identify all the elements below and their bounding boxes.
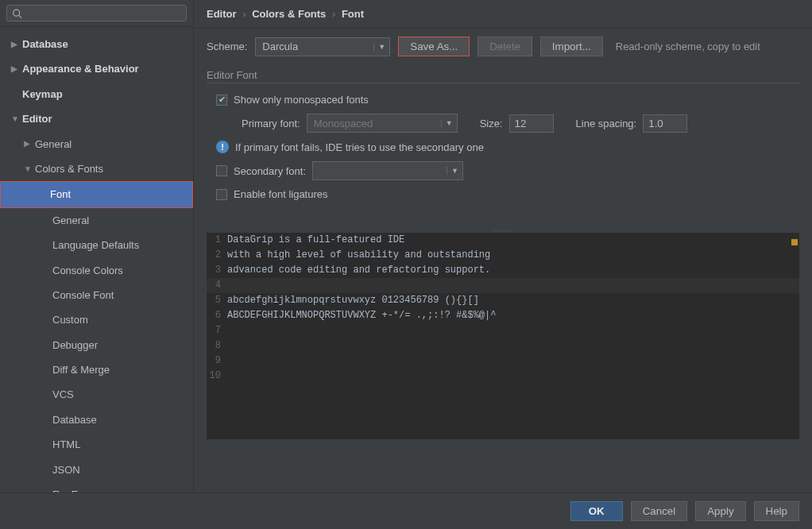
tree-label: Keymap: [22, 85, 63, 103]
tree-label: Diff & Merge: [52, 361, 110, 379]
tree-item-custom[interactable]: Custom: [0, 307, 193, 332]
gutter-line-number: 4: [207, 278, 227, 293]
tree-label: General: [52, 211, 89, 230]
settings-content: Editor › Colors & Fonts › Font Scheme: D…: [194, 0, 812, 492]
tree-label: JSON: [52, 461, 80, 479]
tree-item-database2[interactable]: Database: [0, 407, 193, 432]
chevron-down-icon: ▼: [441, 119, 457, 127]
chevron-right-icon: ›: [332, 8, 335, 20]
preview-text: with a high level of usability and outst…: [227, 248, 490, 263]
tree-item-console-colors[interactable]: Console Colors: [0, 258, 193, 283]
breadcrumb-part: Font: [342, 8, 364, 20]
tree-item-font[interactable]: Font: [0, 181, 193, 207]
line-spacing-input[interactable]: [643, 114, 687, 133]
tree-label: General: [35, 135, 72, 153]
scheme-combo[interactable]: Darcula ▼: [255, 37, 390, 56]
tree-item-general2[interactable]: General: [0, 208, 193, 233]
info-icon: !: [216, 141, 229, 153]
import-button[interactable]: Import...: [540, 37, 603, 56]
tree-label: VCS: [52, 385, 74, 404]
tree-label: Database: [22, 35, 68, 53]
warning-marker-icon: [791, 239, 798, 245]
gutter-line-number: 1: [207, 233, 227, 248]
secondary-font-checkbox[interactable]: [216, 165, 227, 176]
chevron-right-icon: ›: [242, 8, 246, 20]
search-icon: [12, 8, 22, 19]
help-button[interactable]: Help: [754, 501, 799, 521]
ligatures-checkbox[interactable]: [216, 189, 227, 200]
tree-label: HTML: [52, 435, 80, 454]
primary-font-value: Monospaced: [307, 118, 441, 129]
gutter-line-number: 8: [207, 338, 227, 353]
primary-font-row: Primary font: Monospaced ▼ Size: Line sp…: [194, 110, 812, 137]
secondary-font-label: Secondary font:: [234, 165, 306, 177]
tree-item-appearance[interactable]: ▶Appearance & Behavior: [0, 56, 193, 81]
tree-item-colors-fonts[interactable]: ▼Colors & Fonts: [0, 156, 193, 181]
tree-item-lang-defaults[interactable]: Language Defaults: [0, 233, 193, 257]
tree-label: Font: [50, 185, 71, 203]
dialog-buttons: OK Cancel Apply Help: [0, 492, 812, 529]
tree-label: Language Defaults: [52, 236, 139, 254]
tree-label: Custom: [52, 311, 88, 329]
tree-item-database[interactable]: ▶Database: [0, 32, 193, 56]
tree-label: RegExp: [52, 485, 89, 492]
chevron-right-icon: ▶: [11, 62, 22, 76]
chevron-down-icon: ▼: [11, 112, 22, 126]
size-label: Size:: [480, 118, 503, 129]
show-mono-checkbox[interactable]: ✔: [216, 95, 227, 106]
apply-button[interactable]: Apply: [695, 501, 745, 521]
primary-font-label: Primary font:: [242, 118, 300, 129]
search-bar: [0, 0, 193, 27]
secondary-font-combo: ▼: [312, 161, 463, 180]
cancel-button[interactable]: Cancel: [631, 501, 688, 521]
fallback-info-label: If primary font fails, IDE tries to use …: [235, 141, 484, 153]
settings-tree: ▶Database ▶Appearance & Behavior Keymap …: [0, 27, 193, 492]
font-preview-editor[interactable]: 1DataGrip is a full-featured IDE 2with a…: [207, 233, 799, 439]
show-mono-row: ✔ Show only monospaced fonts: [194, 90, 812, 110]
preview-text: advanced code editing and refactoring su…: [227, 263, 490, 278]
tree-item-general[interactable]: ▶General: [0, 132, 193, 156]
chevron-down-icon: ▼: [447, 167, 462, 175]
preview-text: ABCDEFGHIJKLMNOPQRSTUVWXYZ +-*/= .,;:!? …: [227, 308, 496, 323]
tree-item-regexp[interactable]: RegExp: [0, 482, 193, 492]
svg-point-0: [14, 10, 20, 16]
tree-label: Console Font: [52, 286, 114, 304]
chevron-right-icon: ▶: [24, 137, 35, 151]
tree-item-diff-merge[interactable]: Diff & Merge: [0, 357, 193, 382]
search-input[interactable]: [25, 7, 181, 19]
tree-item-editor[interactable]: ▼Editor: [0, 106, 193, 131]
scheme-label: Scheme:: [207, 41, 247, 52]
size-input[interactable]: [509, 114, 554, 133]
readonly-hint: Read-only scheme, copy to edit: [616, 41, 760, 52]
search-wrapper[interactable]: [6, 5, 187, 21]
save-as-button[interactable]: Save As...: [398, 37, 470, 56]
secondary-font-row: Secondary font: ▼: [194, 157, 812, 184]
tree-item-keymap[interactable]: Keymap: [0, 82, 193, 106]
preview-text: DataGrip is a full-featured IDE: [227, 233, 404, 248]
breadcrumb-part: Colors & Fonts: [252, 8, 326, 20]
preview-text: abcdefghijklmnopqrstuvwxyz 0123456789 ()…: [227, 293, 479, 308]
divider: [207, 83, 799, 83]
ok-button[interactable]: OK: [570, 501, 623, 521]
tree-label: Appearance & Behavior: [22, 60, 139, 78]
chevron-right-icon: ▶: [11, 37, 22, 52]
tree-item-html[interactable]: HTML: [0, 432, 193, 457]
gutter-line-number: 10: [207, 369, 227, 384]
tree-label: Editor: [22, 110, 52, 128]
svg-line-1: [19, 15, 21, 17]
ligatures-row: Enable font ligatures: [194, 184, 812, 204]
gutter-line-number: 3: [207, 263, 227, 278]
tree-item-vcs[interactable]: VCS: [0, 382, 193, 407]
delete-button: Delete: [478, 37, 532, 56]
tree-item-console-font[interactable]: Console Font: [0, 283, 193, 307]
fallback-info-row: ! If primary font fails, IDE tries to us…: [194, 137, 812, 157]
tree-item-debugger[interactable]: Debugger: [0, 333, 193, 357]
primary-font-combo[interactable]: Monospaced ▼: [307, 114, 458, 133]
gutter-line-number: 5: [207, 293, 227, 308]
chevron-down-icon: ▼: [24, 162, 35, 176]
tree-label: Colors & Fonts: [35, 160, 103, 178]
tree-item-json[interactable]: JSON: [0, 458, 193, 482]
gutter-line-number: 9: [207, 353, 227, 369]
settings-sidebar: ▶Database ▶Appearance & Behavior Keymap …: [0, 0, 194, 492]
preview-wrap: ∷∷∷ 1DataGrip is a full-featured IDE 2wi…: [207, 228, 799, 483]
